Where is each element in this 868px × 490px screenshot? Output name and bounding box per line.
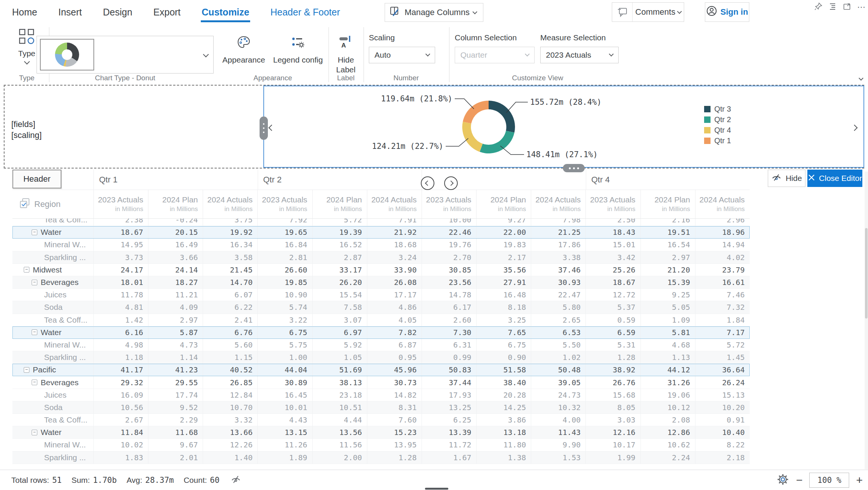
table-row[interactable]: Tea & Coff...2.38-0.243.757.925.727.9110… <box>12 219 750 226</box>
vertical-scrollbar-thumb[interactable] <box>865 228 868 318</box>
outline-icon[interactable] <box>828 2 837 12</box>
comments-button[interactable]: Comments <box>612 2 684 22</box>
collapse-right-icon[interactable] <box>852 125 857 132</box>
value-cell: 37.44 <box>422 376 476 388</box>
donut-chart[interactable]: 155.72m (28.4%)148.41m (27.1%)124.21m (2… <box>264 86 863 167</box>
add-comment-icon[interactable] <box>612 3 633 21</box>
value-cell: 6.22 <box>203 301 257 313</box>
value-cell: 10.01 <box>257 401 312 413</box>
table-row[interactable]: Mineral W...4.984.735.605.755.926.876.31… <box>12 339 750 351</box>
column-selection-dropdown[interactable]: Quarter <box>455 47 535 63</box>
panel-splitter-handle[interactable] <box>260 116 268 140</box>
collapse-toggle-icon[interactable]: − <box>32 380 37 385</box>
value-cell: 13.66 <box>203 426 257 438</box>
donut-slice[interactable] <box>463 101 489 124</box>
band-resize-handle[interactable] <box>563 164 585 172</box>
table-row[interactable]: −Water6.165.876.766.756.977.827.307.656.… <box>12 326 750 339</box>
column-selection-field-label: Column Selection <box>455 33 517 42</box>
zoom-out-button[interactable]: − <box>796 475 803 486</box>
collapse-toggle-icon[interactable]: − <box>24 267 29 273</box>
table-row[interactable]: −Water11.8411.6813.6613.1513.5615.2313.3… <box>12 426 750 439</box>
value-cell: 8.18 <box>476 301 531 313</box>
table-row[interactable]: Juices11.7811.216.0710.9015.5417.1714.78… <box>12 289 750 301</box>
table-row[interactable]: Juices16.0917.7412.8416.4523.1814.8217.9… <box>12 389 750 401</box>
donut-slice[interactable] <box>462 122 483 152</box>
table-row[interactable]: Tea & Coff...2.672.293.324.434.447.606.2… <box>12 414 750 426</box>
table-body: Tea & Coff...2.38-0.243.757.925.727.9110… <box>12 219 750 464</box>
value-cell: 11.43 <box>531 426 585 438</box>
settings-gear-icon[interactable] <box>776 473 789 487</box>
legend-swatch[interactable] <box>704 106 711 112</box>
sign-in-button[interactable]: Sign in <box>705 2 749 22</box>
quarter-group-row: Qtr 1Qtr 2Qtr 4 <box>12 170 750 190</box>
header-button[interactable]: Header <box>12 170 61 188</box>
tab-insert[interactable]: Insert <box>58 2 83 23</box>
value-cell: 2.87 <box>312 251 367 263</box>
table-row[interactable]: −Beverages29.3229.5526.8530.8938.1330.73… <box>12 376 750 389</box>
row-label-cell: Juices <box>12 390 93 400</box>
donut-slice[interactable] <box>489 101 515 133</box>
page-next-button[interactable] <box>444 176 458 190</box>
collapse-toggle-icon[interactable]: − <box>32 430 37 435</box>
row-label: Soda <box>44 403 63 412</box>
tab-customize[interactable]: Customize <box>201 2 250 23</box>
table-row[interactable]: Soda4.814.096.225.747.584.866.178.185.80… <box>12 301 750 314</box>
vertical-scrollbar[interactable] <box>865 172 868 469</box>
collapse-toggle-icon[interactable]: − <box>32 329 37 335</box>
table-row[interactable]: Mineral W...14.9516.4916.3416.8416.5218.… <box>12 239 750 251</box>
chart-panel[interactable]: 155.72m (28.4%)148.41m (27.1%)124.21m (2… <box>263 86 864 168</box>
legend-swatch[interactable] <box>704 116 711 123</box>
chart-type-select[interactable] <box>37 36 214 74</box>
legend-swatch[interactable] <box>704 127 711 133</box>
manage-columns-button[interactable]: Manage Columns <box>385 3 483 22</box>
zoom-level-box[interactable]: 100 % <box>809 473 849 488</box>
hide-label-button[interactable]: A HideLabel <box>331 35 361 75</box>
collapse-toggle-icon[interactable]: − <box>32 280 37 285</box>
table-row[interactable]: Sparkling ...1.181.141.151.001.050.950.9… <box>12 351 750 364</box>
value-cell: 12.26 <box>203 439 257 451</box>
tab-home[interactable]: Home <box>11 2 38 23</box>
collapse-toggle-icon[interactable]: − <box>32 230 37 235</box>
stats-eye-off-icon[interactable] <box>230 474 241 487</box>
table-row[interactable]: Sparkling ...1.832.011.401.892.001.281.6… <box>12 452 750 464</box>
donut-slice[interactable] <box>480 131 514 153</box>
close-editor-button[interactable]: Close Editor <box>807 170 862 187</box>
table-row[interactable]: −Beverages18.0118.2714.7019.8526.2026.08… <box>12 276 750 289</box>
table-row[interactable]: −Water18.6720.1519.9219.6519.3921.9222.4… <box>12 226 750 239</box>
page-prev-button[interactable] <box>421 176 434 190</box>
table-row[interactable]: Soda10.569.5210.7010.0110.518.3113.2514.… <box>12 401 750 414</box>
hide-editor-button[interactable]: Hide <box>768 170 805 187</box>
zoom-in-button[interactable]: + <box>856 475 863 486</box>
collapse-ribbon-icon[interactable] <box>859 75 863 81</box>
table-row[interactable]: Mineral W...10.029.6712.2611.2611.5613.9… <box>12 439 750 451</box>
row-label-cell: −Beverages <box>12 378 93 387</box>
expand-icon[interactable] <box>843 2 851 12</box>
tab-design[interactable]: Design <box>102 2 133 23</box>
legend-config-button[interactable]: Legend config <box>270 35 326 65</box>
value-cell: 13.56 <box>312 426 367 438</box>
horizontal-scrollbar-thumb[interactable] <box>425 488 448 490</box>
value-cell: 10.56 <box>93 401 148 413</box>
measure-selection-dropdown[interactable]: 2023 Actuals <box>540 47 619 63</box>
tab-export[interactable]: Export <box>153 2 181 23</box>
value-cell: 23.18 <box>312 389 367 401</box>
region-select-icon[interactable] <box>19 198 31 211</box>
collapse-left-icon[interactable] <box>269 125 274 132</box>
legend-swatch[interactable] <box>704 138 711 144</box>
value-cell: 1.18 <box>93 351 148 363</box>
avg-label: Avg: <box>127 476 142 485</box>
more-icon[interactable]: ⋯ <box>857 2 866 12</box>
scaling-dropdown[interactable]: Auto <box>369 47 435 63</box>
value-cell: 6.16 <box>93 326 148 338</box>
value-cell: 10.62 <box>640 439 695 451</box>
appearance-button[interactable]: Appearance <box>219 35 268 65</box>
pin-icon[interactable] <box>814 2 822 12</box>
table-row[interactable]: −Midwest24.1724.1421.4526.6033.1733.9030… <box>12 264 750 276</box>
collapse-toggle-icon[interactable]: − <box>24 367 29 373</box>
table-row[interactable]: Tea & Coff...1.422.972.413.223.074.052.6… <box>12 314 750 326</box>
table-row[interactable]: −Pacific41.1741.2340.5244.0451.6945.9650… <box>12 364 750 376</box>
value-cell: 15.01 <box>585 239 640 251</box>
value-cell: 6.87 <box>367 339 422 351</box>
table-row[interactable]: Sparkling ...3.733.663.582.812.873.242.7… <box>12 251 750 264</box>
tab-header-footer[interactable]: Header & Footer <box>270 2 341 23</box>
